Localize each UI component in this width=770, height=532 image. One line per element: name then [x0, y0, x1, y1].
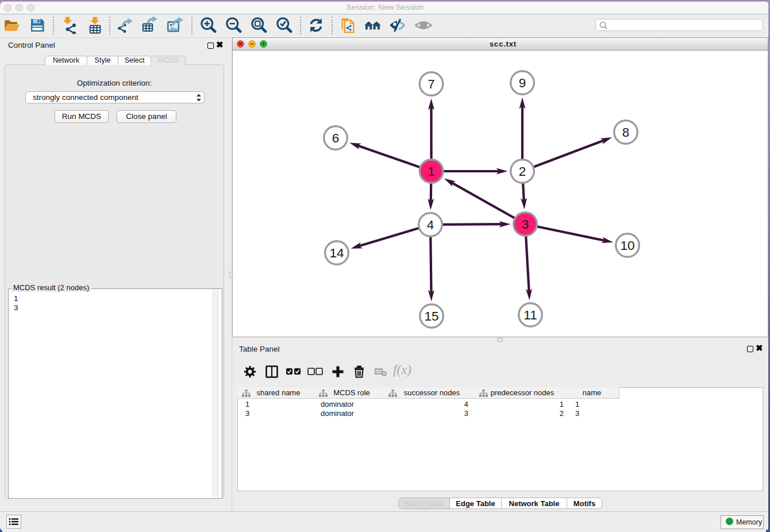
svg-text:1: 1 — [428, 164, 435, 179]
svg-text:11: 11 — [523, 308, 537, 322]
svg-text:14: 14 — [329, 246, 344, 260]
svg-text:7: 7 — [428, 77, 435, 91]
svg-text:10: 10 — [620, 238, 634, 253]
svg-text:6: 6 — [332, 131, 340, 145]
svg-text:3: 3 — [522, 217, 529, 232]
svg-text:15: 15 — [424, 309, 438, 323]
svg-text:9: 9 — [519, 76, 526, 90]
svg-text:2: 2 — [519, 164, 526, 179]
svg-text:4: 4 — [427, 218, 434, 232]
svg-text:8: 8 — [622, 125, 630, 140]
